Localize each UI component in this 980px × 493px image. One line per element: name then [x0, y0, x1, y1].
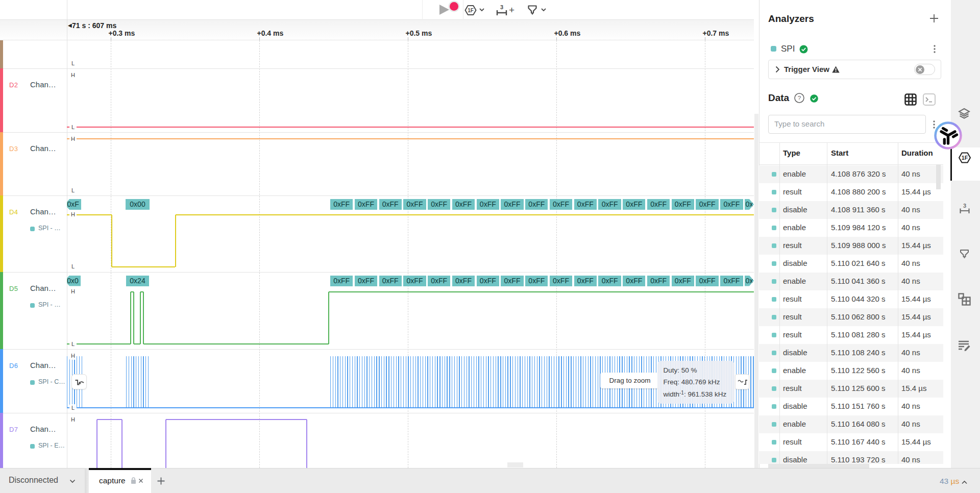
svg-text:3: 3	[500, 5, 503, 10]
svg-text:1F: 1F	[962, 155, 968, 161]
svg-text:1F: 1F	[468, 8, 474, 13]
svg-text:3: 3	[963, 203, 966, 209]
svg-text:?: ?	[798, 95, 801, 101]
